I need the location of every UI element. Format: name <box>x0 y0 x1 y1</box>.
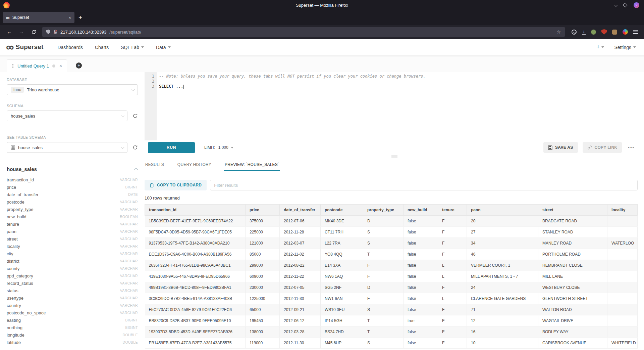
settings-menu[interactable]: Settings <box>614 45 636 50</box>
column-header-street[interactable]: street <box>538 205 607 216</box>
table-cell: F <box>438 238 467 249</box>
browser-tab-bar: ∞ Superset × + <box>0 10 644 25</box>
table-cell: L <box>438 260 467 271</box>
table-cell: false <box>404 326 438 338</box>
schema-column: ppd_categoryVARCHAR <box>7 272 138 279</box>
back-icon[interactable]: ← <box>4 29 15 35</box>
run-button[interactable]: RUN <box>148 142 195 153</box>
table-cell: BRADGATE ROAD <box>538 216 607 227</box>
table-cell: S <box>363 304 404 315</box>
pocket-icon[interactable] <box>572 30 577 35</box>
column-type: VARCHAR <box>120 281 138 285</box>
table-cell: false <box>404 338 438 349</box>
schema-value: house_sales <box>11 114 35 119</box>
insecure-lock-icon[interactable] <box>53 30 57 34</box>
column-header-new_build[interactable]: new_build <box>404 205 438 216</box>
bookmark-star-icon[interactable]: ☆ <box>556 29 561 35</box>
column-type: VARCHAR <box>120 311 138 315</box>
browser-tab-superset[interactable]: ∞ Superset × <box>3 12 74 23</box>
nav-item-charts[interactable]: Charts <box>95 45 109 50</box>
ublock-shield-icon[interactable] <box>601 29 607 35</box>
database-select[interactable]: trino Trino warehouse <box>7 84 138 95</box>
table-select[interactable]: house_sales <box>7 142 127 153</box>
table-cell: false <box>404 304 438 315</box>
column-header-postcode[interactable]: postcode <box>321 205 363 216</box>
table-cell: 16 <box>467 326 538 338</box>
more-options-button[interactable]: ••• <box>628 145 635 150</box>
tab-results[interactable]: RESULTS <box>145 159 165 171</box>
window-menu-chevron-icon[interactable] <box>614 2 617 8</box>
column-type: BIGINT <box>125 318 138 322</box>
copy-link-button[interactable]: COPY LINK <box>583 142 622 153</box>
column-type: VARCHAR <box>120 229 138 233</box>
collapse-chevron-up-icon[interactable] <box>134 168 138 171</box>
schema-column: usertypeVARCHAR <box>7 294 138 302</box>
limit-label: LIMIT: <box>204 145 215 150</box>
schema-select[interactable]: house_sales <box>7 111 127 121</box>
table-cell <box>607 260 638 271</box>
table-cell: WHITEFIELD <box>607 338 638 349</box>
superset-favicon-icon: ∞ <box>6 15 10 20</box>
new-tab-button[interactable]: + <box>74 14 86 21</box>
nav-item-sql-lab[interactable]: SQL Lab <box>121 45 144 50</box>
column-header-paon[interactable]: paon <box>467 205 538 216</box>
tracking-shield-icon[interactable] <box>46 30 50 34</box>
pane-resize-handle[interactable] <box>145 155 644 159</box>
tab-menu-kebab-icon[interactable] <box>12 65 13 67</box>
limit-dropdown[interactable]: 1 000 <box>218 145 233 150</box>
table-cell: WESTBURY CLOSE <box>538 282 607 293</box>
table-cell: F <box>363 293 404 304</box>
schema-column: districtVARCHAR <box>7 257 138 265</box>
table-grid-icon <box>11 145 15 150</box>
table-cell: 2012-08-22 <box>280 260 321 271</box>
nav-item-dashboards[interactable]: Dashboards <box>57 45 83 50</box>
editor-code-area[interactable]: -- Note: Unless you save your query, the… <box>157 72 644 140</box>
table-cell: T <box>363 249 404 260</box>
column-header-price[interactable]: price <box>246 205 280 216</box>
tab-query-history[interactable]: QUERY HISTORY <box>177 159 212 171</box>
schema-refresh-icon[interactable] <box>132 113 138 119</box>
column-header-property_type[interactable]: property_type <box>363 205 404 216</box>
download-icon[interactable]: ↓ <box>582 29 586 35</box>
table-cell <box>607 216 638 227</box>
query-tab-untitled[interactable]: Untitled Query 1 × <box>7 59 67 72</box>
save-as-button[interactable]: SAVE AS <box>543 142 578 153</box>
app-header: ∞ Superset Dashboards Charts SQL Lab Dat… <box>0 39 644 56</box>
reload-icon[interactable] <box>28 30 39 35</box>
column-name: property_type <box>7 207 34 212</box>
tab-preview-house-sales[interactable]: PREVIEW: `HOUSE_SALES` <box>224 159 280 171</box>
extension-icon-1[interactable] <box>591 30 596 35</box>
table-cell: 2636F323-FF41-4765-81DB-98CAA6A43BC1 <box>145 260 246 271</box>
superset-brand[interactable]: ∞ Superset <box>6 43 43 51</box>
table-cell: 2012-07-05 <box>280 282 321 293</box>
column-header-transaction_id[interactable]: transaction_id <box>145 205 246 216</box>
new-query-tab-button[interactable]: + <box>76 62 82 69</box>
table-cell: MILL APARTMENTS, 1 - 7 <box>467 271 538 282</box>
table-row: F5C273AC-0D2A-458F-8279-9C61F0C22EC66500… <box>145 304 638 315</box>
table-cell: GLENTWORTH STREET <box>538 293 607 304</box>
table-cell: IP14 5GH <box>321 315 363 326</box>
column-header-tenure[interactable]: tenure <box>438 205 467 216</box>
column-name: usertype <box>7 296 23 301</box>
hamburger-menu-icon[interactable] <box>633 30 638 34</box>
add-new-menu[interactable]: + <box>596 44 604 51</box>
maximize-icon[interactable] <box>624 2 627 8</box>
table-refresh-icon[interactable] <box>132 145 138 150</box>
close-icon[interactable]: × <box>634 2 639 8</box>
schema-column: new_buildBOOLEAN <box>7 213 138 220</box>
query-tab-close-icon[interactable]: × <box>59 63 62 69</box>
column-name: longitude <box>7 333 24 338</box>
tab-close-icon[interactable]: × <box>68 15 71 20</box>
extension-icon-3[interactable] <box>623 29 628 35</box>
column-header-date_of_transfer[interactable]: date_of_transfer <box>280 205 321 216</box>
copy-to-clipboard-button[interactable]: COPY TO CLIPBOARD <box>145 180 207 190</box>
forward-icon[interactable]: → <box>16 29 27 35</box>
table-cell: M45 6UP <box>321 338 363 349</box>
filter-results-input[interactable] <box>210 180 638 190</box>
extension-icon-2[interactable] <box>612 30 617 35</box>
sql-editor[interactable]: 1 2 3 -- Note: Unless you save your quer… <box>145 72 644 140</box>
results-table: transaction_idpricedate_of_transferpostc… <box>145 204 638 349</box>
column-header-locality[interactable]: locality <box>607 205 638 216</box>
nav-item-data[interactable]: Data <box>156 45 171 50</box>
url-bar[interactable]: 217.160.120.143:32393/superset/sqllab/ ☆ <box>42 27 565 37</box>
